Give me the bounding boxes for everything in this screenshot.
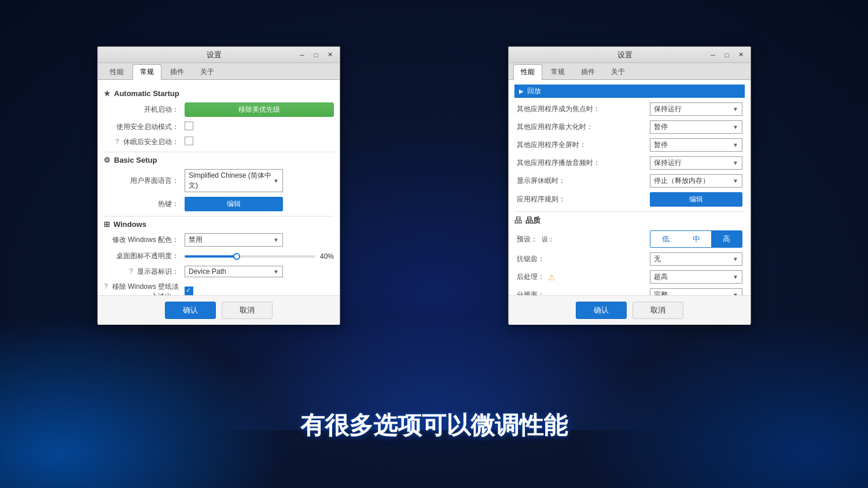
startup-btn[interactable]: 移除美优先级 xyxy=(185,102,334,117)
tab-bar-1: 性能 常规 插件 关于 xyxy=(98,63,340,80)
window-title-1: 设置 xyxy=(131,50,297,60)
window-title-2: 设置 xyxy=(542,50,708,60)
screen-sleep-row: 显示屏休眠时： 停止（释放内存） ▼ xyxy=(514,174,745,188)
other-close-value: 暂停 xyxy=(654,140,668,150)
display-icon-arrow-icon: ▼ xyxy=(273,269,279,275)
section-startup-label: Automatic Startup xyxy=(114,89,179,98)
maximize-button-2[interactable]: □ xyxy=(722,51,732,59)
other-audio-select[interactable]: 保持运行 ▼ xyxy=(650,156,742,170)
dither-control: 无 ▼ xyxy=(650,252,742,266)
other-focus-row: 其他应用程序成为焦点时： 保持运行 ▼ xyxy=(514,102,745,116)
quality-icon: 品 xyxy=(514,215,522,226)
modify-color-arrow-icon: ▼ xyxy=(273,237,279,243)
safe-restart-label: ? 休眠后安全启动： xyxy=(104,137,185,147)
window-controls-1: ─ □ ✕ xyxy=(297,51,335,59)
other-audio-control: 保持运行 ▼ xyxy=(650,156,742,170)
quality-btn-mid[interactable]: 中 xyxy=(681,231,712,247)
other-close-select[interactable]: 暂停 ▼ xyxy=(650,138,742,152)
other-audio-arrow-icon: ▼ xyxy=(733,160,738,166)
quality-btn-high[interactable]: 高 xyxy=(711,231,742,247)
screen-sleep-select[interactable]: 停止（释放内存） ▼ xyxy=(650,174,742,188)
tab-1-performance[interactable]: 性能 xyxy=(102,64,131,79)
section-quality-header: 品 品质 xyxy=(514,215,745,226)
language-select[interactable]: Simplified Chinese (简体中文) ▼ xyxy=(185,169,283,192)
section-windows-label: Windows xyxy=(113,220,146,229)
other-focus-control: 保持运行 ▼ xyxy=(650,102,742,116)
tab-2-general[interactable]: 常规 xyxy=(543,64,572,79)
tab-2-performance[interactable]: 性能 xyxy=(513,64,542,80)
startup-control: 移除美优先级 xyxy=(185,102,334,117)
other-max-value: 暂停 xyxy=(654,122,668,132)
playback-arrow-icon: ▶ xyxy=(519,88,524,94)
remove-wallpaper-help: ? xyxy=(104,282,108,291)
tab-1-about[interactable]: 关于 xyxy=(193,64,222,79)
subtitle: 有很多选项可以微调性能 xyxy=(300,409,568,442)
other-max-arrow-icon: ▼ xyxy=(733,124,738,130)
opacity-control: 40% xyxy=(185,252,334,260)
resolution-control: 完整 ▼ xyxy=(650,288,742,295)
resolution-value: 完整 xyxy=(654,290,668,295)
other-focus-select[interactable]: 保持运行 ▼ xyxy=(650,102,742,116)
display-icon-value: Device Path xyxy=(189,267,226,276)
other-focus-value: 保持运行 xyxy=(654,104,682,114)
close-button-2[interactable]: ✕ xyxy=(735,51,746,59)
dither-label: 抗锯齿： xyxy=(517,254,650,264)
dither-value: 无 xyxy=(654,254,661,264)
resolution-label: 分辨率： xyxy=(517,290,650,295)
minimize-button-1[interactable]: ─ xyxy=(297,51,307,59)
section-startup-header: ★ Automatic Startup xyxy=(104,89,334,98)
playback-section-bar[interactable]: ▶ 回放 xyxy=(514,85,745,98)
other-audio-label: 其他应用程序播放音频时： xyxy=(517,158,650,168)
opacity-slider-track[interactable] xyxy=(185,255,315,258)
tab-2-about[interactable]: 关于 xyxy=(604,64,632,79)
safe-mode-checkbox[interactable] xyxy=(185,122,193,130)
language-label: 用户界面语言： xyxy=(104,176,185,186)
modify-color-control: 禁用 ▼ xyxy=(185,233,334,247)
remove-wallpaper-control xyxy=(185,287,334,295)
opacity-label: 桌面图标不透明度： xyxy=(104,251,185,261)
settings-window-1: 设置 ─ □ ✕ 性能 常规 插件 关于 ★ Automatic Startup… xyxy=(97,46,340,324)
modify-color-select[interactable]: 禁用 ▼ xyxy=(185,233,283,247)
app-rule-label: 应用程序规则： xyxy=(517,195,650,204)
post-value: 超高 xyxy=(654,272,668,282)
display-icon-select[interactable]: Device Path ▼ xyxy=(185,266,283,277)
other-max-select[interactable]: 暂停 ▼ xyxy=(650,120,742,134)
remove-wallpaper-row: ? 移除 Windows 壁纸淡入淡出： xyxy=(104,282,334,295)
confirm-btn-1[interactable]: 确认 xyxy=(165,302,216,319)
hotkey-row: 热键： 编辑 xyxy=(104,197,334,211)
post-select[interactable]: 超高 ▼ xyxy=(650,270,742,284)
safe-restart-checkbox[interactable] xyxy=(185,137,193,145)
app-rule-control: 编辑 xyxy=(650,192,742,207)
modify-color-value: 禁用 xyxy=(189,235,203,245)
app-rule-edit-btn[interactable]: 编辑 xyxy=(650,192,742,207)
preset-row: 预设： 设： 低 中 高 xyxy=(514,230,745,248)
tab-bar-2: 性能 常规 插件 关于 xyxy=(509,63,751,80)
display-icon-help: ? xyxy=(129,267,133,276)
confirm-btn-2[interactable]: 确认 xyxy=(576,302,627,319)
tab-2-plugins[interactable]: 插件 xyxy=(573,64,602,79)
tab-1-plugins[interactable]: 插件 xyxy=(163,64,192,79)
playback-section-label: 回放 xyxy=(527,86,541,96)
maximize-button-1[interactable]: □ xyxy=(311,51,321,59)
close-button-1[interactable]: ✕ xyxy=(325,51,335,59)
resolution-select[interactable]: 完整 ▼ xyxy=(650,288,742,295)
opacity-slider-thumb xyxy=(233,253,240,260)
opacity-row: 桌面图标不透明度： 40% xyxy=(104,251,334,261)
divider-2 xyxy=(104,216,334,217)
dither-select[interactable]: 无 ▼ xyxy=(650,252,742,266)
post-row: 后处理： ⚠ 超高 ▼ xyxy=(514,270,745,284)
other-audio-value: 保持运行 xyxy=(654,158,682,168)
safe-restart-control xyxy=(185,137,334,147)
cancel-btn-2[interactable]: 取消 xyxy=(632,302,683,319)
window-controls-2: ─ □ ✕ xyxy=(708,51,746,59)
language-value: Simplified Chinese (简体中文) xyxy=(189,171,273,190)
section-quality-label: 品质 xyxy=(525,215,540,226)
cancel-btn-1[interactable]: 取消 xyxy=(222,302,273,319)
minimize-button-2[interactable]: ─ xyxy=(708,51,718,59)
preset-label: 预设： 设： xyxy=(517,234,650,244)
remove-wallpaper-checkbox[interactable] xyxy=(185,287,193,295)
hotkey-edit-btn[interactable]: 编辑 xyxy=(185,197,283,211)
tab-1-general[interactable]: 常规 xyxy=(133,64,161,80)
quality-btn-low[interactable]: 低 xyxy=(650,231,681,247)
section-windows-header: ⊞ Windows xyxy=(104,220,334,229)
